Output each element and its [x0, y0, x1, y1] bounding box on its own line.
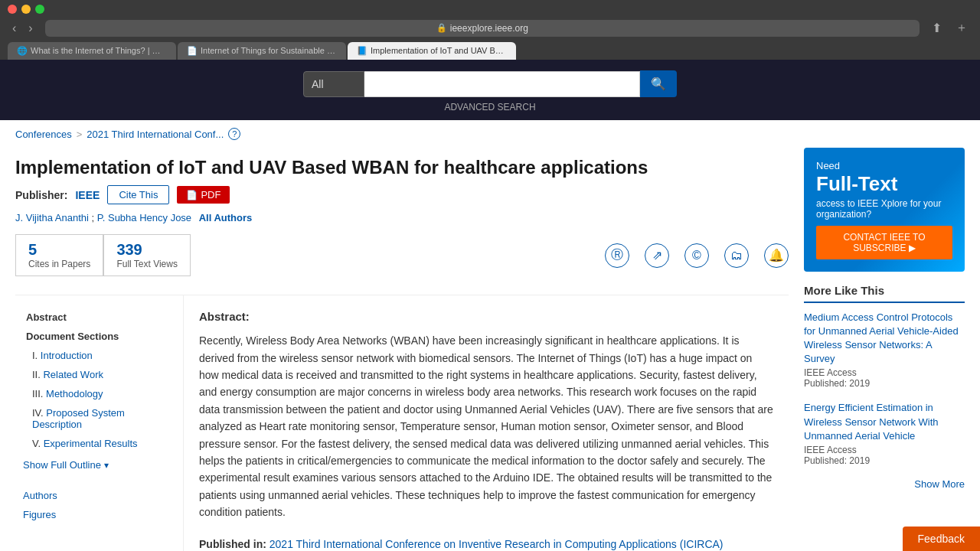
views-metric: 339 Full Text Views: [103, 234, 191, 276]
browser-chrome: ‹ › 🔒 ieeexplore.ieee.org ⬆ ＋ 🌐What is t…: [0, 0, 980, 60]
cite-button[interactable]: Cite This: [107, 185, 169, 204]
toc-footer: Authors Figures: [23, 486, 175, 524]
more-article-1-source: IEEE Access Published: 2019: [804, 367, 965, 389]
tabs-row: 🌐What is the Internet of Things? | Oracl…: [8, 42, 972, 60]
toc-items: I. Introduction II. Related Work III. Me…: [23, 346, 175, 453]
address-bar[interactable]: 🔒 ieeexplore.ieee.org: [45, 20, 920, 37]
content-layout: Implementation of IoT and UAV Based WBAN…: [0, 148, 980, 551]
search-row: All 🔍: [303, 70, 677, 97]
author-sep: ;: [92, 212, 97, 223]
views-number: 339: [116, 241, 178, 259]
breadcrumb: Conferences > 2021 Third International C…: [0, 120, 980, 148]
cites-label: Cites in Papers: [28, 259, 90, 269]
help-icon[interactable]: ?: [228, 128, 240, 140]
cites-number: 5: [28, 241, 90, 259]
more-like-title: More Like This: [804, 284, 965, 303]
publisher-name: IEEE: [75, 189, 100, 201]
toc-abstract[interactable]: Abstract: [23, 308, 175, 327]
breadcrumb-conferences[interactable]: Conferences: [15, 129, 72, 140]
ad-sub: access to IEEE Xplore for your organizat…: [816, 198, 952, 220]
tab-ieee[interactable]: 📘Implementation of IoT and UAV Based WBA…: [348, 42, 516, 60]
published-in-link[interactable]: 2021 Third International Conference on I…: [270, 538, 724, 550]
article-layout: Abstract Document Sections I. Introducti…: [15, 295, 789, 551]
search-input[interactable]: [364, 71, 640, 97]
metrics-actions-row: 5 Cites in Papers 339 Full Text Views Ⓡ …: [15, 234, 789, 289]
breadcrumb-sep: >: [77, 129, 83, 140]
ad-need: Need: [816, 160, 952, 171]
pdf-icon: 📄: [186, 190, 198, 201]
toc-document-sections: Document Sections: [23, 327, 175, 346]
search-category-select[interactable]: All: [303, 71, 364, 97]
toc-item-methodology[interactable]: III. Methodology: [29, 384, 175, 403]
toc-item-proposed-system[interactable]: IV. Proposed System Description: [29, 403, 175, 434]
toc-item-related-work[interactable]: II. Related Work: [29, 365, 175, 384]
tab-oracle[interactable]: 🌐What is the Internet of Things? | Oracl…: [8, 42, 176, 60]
search-button[interactable]: 🔍: [640, 70, 677, 97]
cites-metric: 5 Cites in Papers: [15, 234, 103, 276]
right-sidebar: Need Full-Text access to IEEE Xplore for…: [804, 148, 965, 551]
author-1-link[interactable]: J. Vijitha Ananthi: [15, 212, 89, 223]
ad-box: Need Full-Text access to IEEE Xplore for…: [804, 148, 965, 272]
views-label: Full Text Views: [116, 259, 178, 269]
published-in: Published in: 2021 Third International C…: [199, 536, 773, 551]
abstract-heading: Abstract:: [199, 308, 773, 326]
copyright-icon[interactable]: ©: [684, 243, 709, 268]
maximize-dot[interactable]: [35, 5, 44, 14]
show-more-button[interactable]: Show More: [804, 478, 965, 490]
abstract-text: Recently, Wireless Body Area Networks (W…: [199, 332, 773, 520]
feedback-button[interactable]: Feedback: [903, 527, 980, 551]
chevron-down-icon: ▾: [104, 460, 109, 471]
close-dot[interactable]: [8, 5, 17, 14]
folder-icon[interactable]: 🗂: [724, 243, 749, 268]
more-like-this: More Like This Medium Access Control Pro…: [804, 284, 965, 490]
url-text: ieeexplore.ieee.org: [450, 23, 528, 34]
more-article-2-source: IEEE Access Published: 2019: [804, 445, 965, 466]
breadcrumb-conference[interactable]: 2021 Third International Conf...: [87, 129, 224, 140]
more-article-1-link[interactable]: Medium Access Control Protocols for Unma…: [804, 311, 965, 367]
back-button[interactable]: ‹: [8, 20, 21, 37]
toc-figures-link[interactable]: Figures: [23, 505, 175, 524]
more-article-1: Medium Access Control Protocols for Unma…: [804, 311, 965, 390]
toc-item-introduction[interactable]: I. Introduction: [29, 346, 175, 365]
metrics-row: 5 Cites in Papers 339 Full Text Views: [15, 234, 191, 276]
forward-button[interactable]: ›: [24, 20, 37, 37]
page-body: All 🔍 ADVANCED SEARCH Conferences > 2021…: [0, 60, 980, 551]
advanced-search-link[interactable]: ADVANCED SEARCH: [444, 102, 535, 112]
tab-springer[interactable]: 📄Internet of Things for Sustainable Huma…: [178, 42, 346, 60]
share-button[interactable]: ⬆: [927, 18, 946, 37]
all-authors-link[interactable]: All Authors: [199, 212, 253, 223]
abstract-panel: Abstract: Recently, Wireless Body Area N…: [184, 295, 789, 551]
toc-authors-link[interactable]: Authors: [23, 486, 175, 505]
bell-icon[interactable]: 🔔: [764, 243, 789, 268]
article-title: Implementation of IoT and UAV Based WBAN…: [15, 155, 789, 179]
ad-cta-button[interactable]: CONTACT IEEE TO SUBSCRIBE ▶: [816, 226, 952, 259]
publisher-row: Publisher: IEEE Cite This 📄 PDF: [15, 185, 789, 204]
add-tab-button[interactable]: ＋: [951, 18, 972, 37]
published-in-label: Published in:: [199, 538, 266, 550]
main-content: Implementation of IoT and UAV Based WBAN…: [15, 148, 789, 551]
minimize-dot[interactable]: [21, 5, 31, 14]
r-icon[interactable]: Ⓡ: [605, 243, 629, 268]
show-full-outline-link[interactable]: Show Full Outline: [23, 459, 101, 471]
lock-icon: 🔒: [436, 23, 447, 33]
search-area: All 🔍 ADVANCED SEARCH: [0, 60, 980, 120]
share-icon[interactable]: ⇗: [645, 243, 669, 268]
browser-traffic-lights: [8, 5, 972, 14]
publisher-label: Publisher:: [15, 189, 67, 201]
action-icons: Ⓡ ⇗ © 🗂 🔔: [605, 243, 789, 268]
toc-panel: Abstract Document Sections I. Introducti…: [15, 295, 184, 551]
more-article-2: Energy Efficient Estimation in Wireless …: [804, 401, 965, 466]
authors-row: J. Vijitha Ananthi ; P. Subha Hency Jose…: [15, 212, 789, 223]
toc-item-experimental[interactable]: V. Experimental Results: [29, 434, 175, 453]
ad-full-text: Full-Text: [816, 173, 952, 195]
more-article-2-link[interactable]: Energy Efficient Estimation in Wireless …: [804, 401, 965, 443]
author-2-link[interactable]: P. Subha Hency Jose: [97, 212, 191, 223]
pdf-button[interactable]: 📄 PDF: [177, 186, 230, 204]
